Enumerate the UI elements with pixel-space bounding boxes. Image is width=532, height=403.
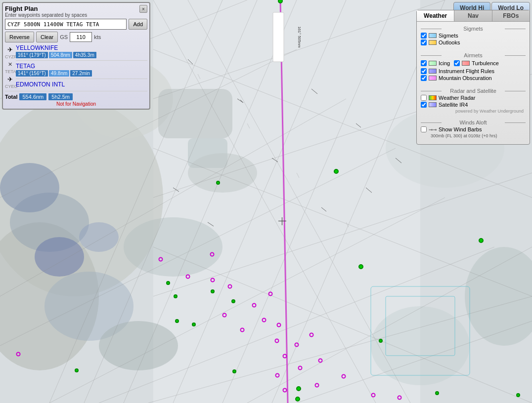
airport-dot-purple[interactable]	[318, 359, 323, 363]
ifr-label: Instrument Flight Rules	[439, 68, 494, 74]
airport-dot-purple[interactable]	[211, 278, 215, 282]
mountain-row: Mountain Obscuration	[421, 75, 526, 81]
radar-checkbox[interactable]	[421, 95, 427, 101]
turbulence-checkbox[interactable]	[454, 60, 460, 66]
tab-weather[interactable]: Weather	[417, 10, 454, 21]
sigmets-checkbox[interactable]	[421, 33, 427, 39]
fp-add-button[interactable]: Add	[129, 19, 147, 30]
airport-dot-purple[interactable]	[310, 333, 314, 337]
satellite-row: Satellite IR4	[421, 102, 526, 108]
radar-row: Weather Radar	[421, 95, 526, 101]
wp-icon-cyzf: ✈	[5, 44, 15, 54]
airport-dot[interactable]	[232, 369, 236, 373]
wp-name-cyeg[interactable]: EDMONTON INTL	[16, 81, 147, 88]
fp-totals: Total 554.6nm 5h2.5m	[5, 91, 147, 100]
airport-dot[interactable]	[166, 281, 170, 285]
fp-gs-label: GS	[60, 34, 68, 40]
airport-dot-purple[interactable]	[398, 396, 402, 400]
airport-dot[interactable]	[75, 368, 79, 372]
sigmets-legend	[429, 33, 437, 38]
airport-dot[interactable]	[296, 386, 301, 391]
airport-dot[interactable]	[175, 319, 179, 323]
wp-distance-tetag: 49.8nm	[49, 70, 69, 77]
airport-dot-purple[interactable]	[277, 323, 281, 327]
airport-dot[interactable]	[435, 391, 439, 395]
airport-dot[interactable]	[479, 238, 484, 243]
airport-dot-purple[interactable]	[222, 313, 227, 318]
airport-dot-purple[interactable]	[275, 373, 280, 378]
winds-section: Winds Aloft ⊸⊸ Show Wind Barbs 300mb (FL…	[417, 116, 530, 140]
outlooks-label: Outlooks	[439, 40, 460, 45]
airport-dot-purple[interactable]	[371, 393, 376, 398]
airport-dot-purple[interactable]	[252, 303, 257, 308]
airport-dot-purple[interactable]	[186, 275, 190, 279]
wp-name-yellowknife[interactable]: YELLOWKNIFE	[16, 44, 147, 51]
ifr-checkbox[interactable]	[421, 68, 427, 74]
airport-dot[interactable]	[358, 264, 363, 269]
airport-dot[interactable]	[379, 339, 383, 343]
winds-header: Winds Aloft	[421, 120, 526, 125]
radar-section: Radar and Satellite Weather Radar Satell…	[417, 84, 530, 116]
fp-close-button[interactable]: ×	[139, 5, 147, 13]
wind-barbs-row: ⊸⊸ Show Wind Barbs	[421, 126, 526, 132]
airport-dot[interactable]	[211, 289, 215, 293]
wind-barbs-checkbox[interactable]	[421, 126, 427, 132]
tab-fbos[interactable]: FBOs	[492, 10, 530, 21]
airport-dot-purple[interactable]	[210, 252, 215, 257]
airport-dot-purple[interactable]	[342, 374, 346, 379]
wp-row-yellowknife: YELLOWKNIFE 161° (179°T) 504.8nm 4h35.3m	[16, 44, 147, 58]
airport-dot-purple[interactable]	[283, 388, 287, 393]
fp-input-row: Add	[5, 19, 147, 30]
airport-dot-purple[interactable]	[16, 352, 21, 357]
airport-dot-purple[interactable]	[275, 339, 279, 343]
sigmets-label: Sigmets	[439, 33, 458, 39]
sigmets-sigmets-row: Sigmets	[421, 33, 526, 39]
flight-plan-panel: Flight Plan Enter waypoints separated by…	[2, 2, 150, 110]
airport-dot[interactable]	[174, 294, 177, 298]
airmets-row1: Icing Turbulence	[421, 59, 526, 67]
radar-label: Weather Radar	[439, 95, 475, 101]
mountain-checkbox[interactable]	[421, 75, 427, 81]
fp-waypoints-input[interactable]	[5, 19, 127, 30]
ifr-row: Instrument Flight Rules	[421, 68, 526, 74]
fp-controls: Reverse Clear GS kts	[5, 32, 147, 42]
wp-icon-cyeg: ✈	[5, 74, 15, 84]
airport-dot-purple[interactable]	[295, 343, 299, 347]
airport-dot-purple[interactable]	[283, 354, 287, 359]
airport-dot-purple[interactable]	[262, 318, 266, 322]
wp-distance-yellowknife: 504.8nm	[49, 52, 72, 58]
ifr-legend	[429, 69, 437, 74]
airport-dot[interactable]	[216, 181, 220, 185]
plane2-icon: ✈	[7, 76, 13, 83]
panel-tabs: Weather Nav FBOs	[417, 10, 530, 22]
fp-reverse-button[interactable]: Reverse	[5, 32, 34, 42]
airport-dot[interactable]	[231, 299, 235, 303]
wp-name-tetag[interactable]: TETAG	[16, 63, 147, 70]
airport-dot-purple[interactable]	[228, 284, 232, 289]
airport-dot[interactable]	[295, 397, 300, 402]
fp-subtitle: Enter waypoints separated by spaces	[5, 12, 87, 18]
airport-dot[interactable]	[334, 169, 339, 174]
outlooks-checkbox[interactable]	[421, 40, 427, 45]
fp-gs-input[interactable]	[70, 32, 92, 42]
satellite-label: Satellite IR4	[439, 102, 468, 108]
fp-total-label: Total	[5, 94, 17, 100]
satellite-checkbox[interactable]	[421, 102, 427, 108]
radar-legend	[429, 95, 437, 100]
airport-dot-purple[interactable]	[298, 366, 303, 370]
airport-dot[interactable]	[192, 322, 196, 326]
airport-dot-purple[interactable]	[268, 292, 273, 296]
satellite-legend	[429, 102, 437, 107]
airport-dot-purple[interactable]	[159, 257, 163, 262]
plane-icon: ✈	[7, 46, 13, 53]
outlooks-legend	[429, 40, 437, 45]
fp-clear-button[interactable]: Clear	[36, 32, 58, 42]
airmets-header: Airmets	[421, 52, 526, 58]
airport-dot-purple[interactable]	[315, 383, 319, 388]
turbulence-legend	[462, 61, 470, 66]
airport-dot-purple[interactable]	[240, 328, 245, 332]
sigmets-header: Sigmets	[421, 26, 526, 32]
airport-dot[interactable]	[516, 393, 520, 397]
icing-checkbox[interactable]	[421, 60, 427, 66]
tab-nav[interactable]: Nav	[454, 10, 492, 21]
